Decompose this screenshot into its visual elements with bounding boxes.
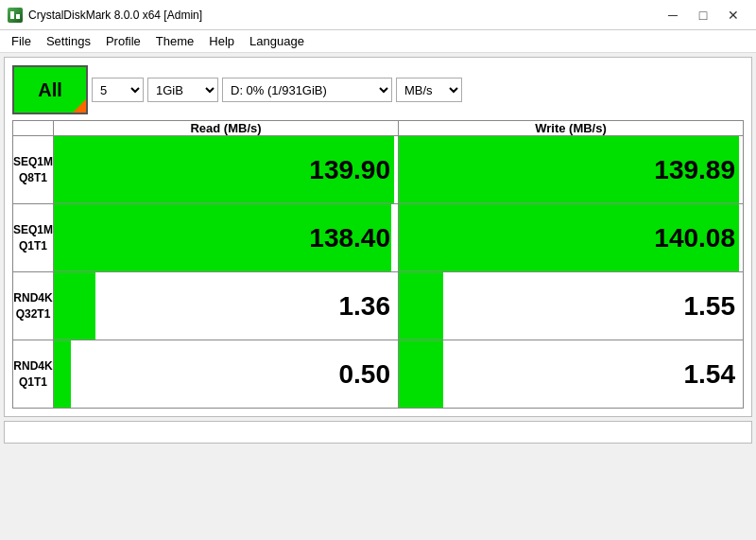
minimize-button[interactable]: ─ bbox=[658, 0, 688, 30]
window-controls: ─ □ ✕ bbox=[658, 0, 748, 30]
menu-settings[interactable]: Settings bbox=[39, 32, 98, 50]
svg-rect-0 bbox=[10, 11, 14, 19]
svg-rect-1 bbox=[16, 14, 20, 19]
read-bar-2 bbox=[54, 272, 95, 340]
controls-row: All 5 1GiB D: 0% (1/931GiB) MB/s bbox=[12, 65, 744, 114]
read-value-0: 139.90 bbox=[309, 155, 390, 185]
title-bar-left: CrystalDiskMark 8.0.0 x64 [Admin] bbox=[8, 8, 202, 23]
all-button[interactable]: All bbox=[12, 65, 88, 114]
row-label-0: SEQ1MQ8T1 bbox=[13, 136, 54, 204]
read-header: Read (MB/s) bbox=[54, 121, 399, 136]
read-bar-3 bbox=[54, 340, 71, 408]
write-bar-2 bbox=[399, 272, 443, 340]
write-value-3: 1.54 bbox=[684, 359, 736, 390]
write-value-0: 139.89 bbox=[654, 155, 735, 185]
menu-theme[interactable]: Theme bbox=[148, 32, 201, 50]
write-value-2: 1.55 bbox=[684, 291, 736, 322]
menu-file[interactable]: File bbox=[4, 32, 39, 50]
read-cell-0: 139.90 bbox=[54, 136, 399, 204]
title-bar: CrystalDiskMark 8.0.0 x64 [Admin] ─ □ ✕ bbox=[0, 0, 756, 30]
row-label-1: SEQ1MQ1T1 bbox=[13, 204, 54, 272]
unit-select[interactable]: MB/s bbox=[396, 78, 462, 102]
read-cell-2: 1.36 bbox=[54, 272, 399, 340]
size-select[interactable]: 1GiB bbox=[147, 78, 218, 102]
write-cell-1: 140.08 bbox=[399, 204, 744, 272]
menu-help[interactable]: Help bbox=[201, 32, 242, 50]
write-cell-3: 1.54 bbox=[399, 340, 744, 409]
count-select[interactable]: 5 bbox=[92, 78, 144, 102]
close-button[interactable]: ✕ bbox=[718, 0, 748, 30]
read-value-3: 0.50 bbox=[339, 359, 391, 390]
read-value-2: 1.36 bbox=[339, 291, 391, 322]
main-content: All 5 1GiB D: 0% (1/931GiB) MB/s Read (M… bbox=[4, 57, 752, 417]
window-title: CrystalDiskMark 8.0.0 x64 [Admin] bbox=[28, 9, 202, 22]
menu-bar: File Settings Profile Theme Help Languag… bbox=[0, 30, 756, 53]
row-label-3: RND4KQ1T1 bbox=[13, 340, 54, 409]
write-bar-3 bbox=[399, 340, 443, 408]
row-label-2: RND4KQ32T1 bbox=[13, 272, 54, 340]
write-header: Write (MB/s) bbox=[399, 121, 744, 136]
write-cell-2: 1.55 bbox=[399, 272, 744, 340]
app-icon bbox=[8, 8, 23, 23]
benchmark-table: Read (MB/s) Write (MB/s) SEQ1MQ8T1 139.9… bbox=[12, 120, 744, 409]
read-cell-3: 0.50 bbox=[54, 340, 399, 409]
status-bar bbox=[4, 421, 752, 444]
write-value-1: 140.08 bbox=[654, 223, 735, 253]
menu-language[interactable]: Language bbox=[242, 32, 312, 50]
read-cell-1: 138.40 bbox=[54, 204, 399, 272]
read-value-1: 138.40 bbox=[309, 223, 390, 253]
maximize-button[interactable]: □ bbox=[688, 0, 718, 30]
drive-select[interactable]: D: 0% (1/931GiB) bbox=[222, 78, 392, 102]
write-cell-0: 139.89 bbox=[399, 136, 744, 204]
menu-profile[interactable]: Profile bbox=[98, 32, 148, 50]
